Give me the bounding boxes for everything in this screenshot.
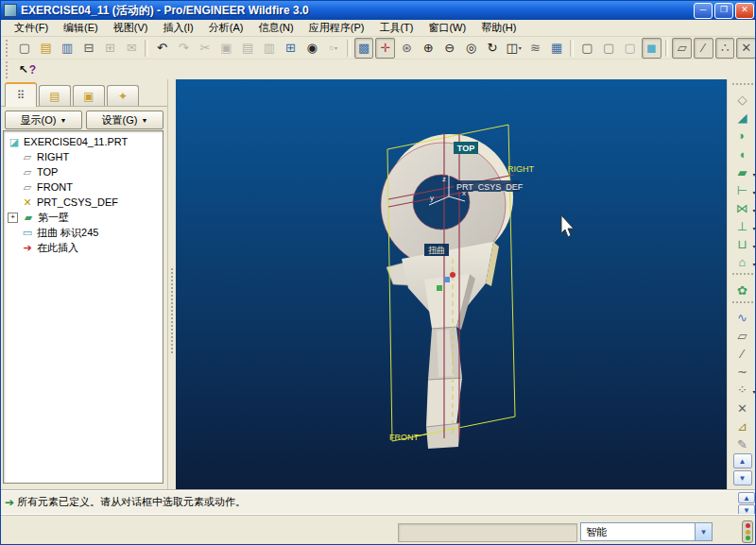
- swept-wall-icon[interactable]: ▰▾: [729, 163, 756, 181]
- open-file-button[interactable]: ▤: [36, 38, 56, 59]
- zoom-out-button[interactable]: ⊖: [439, 38, 459, 59]
- datum-csys-toggle[interactable]: ✕: [736, 38, 756, 59]
- no-hidden-button[interactable]: ▢: [620, 38, 640, 59]
- tab-layer-tree[interactable]: ▤: [39, 85, 71, 106]
- selection-filter-combo[interactable]: 智能 ▼: [580, 522, 713, 541]
- model-tree-config-button[interactable]: ⊞: [281, 38, 301, 59]
- new-file-button[interactable]: ▢: [15, 38, 35, 59]
- tree-expander-icon[interactable]: +: [8, 213, 18, 223]
- tab-model-tree[interactable]: ⠿: [5, 82, 37, 107]
- tree-item-2[interactable]: ▱RIGHT: [4, 149, 163, 164]
- flyout-arrow-icon[interactable]: ▾: [519, 44, 522, 51]
- copy-button[interactable]: ▣: [216, 38, 236, 59]
- tree-item-6[interactable]: +▰第一壁: [4, 210, 163, 225]
- tree-item-5[interactable]: ✕PRT_CSYS_DEF: [4, 195, 163, 210]
- form-icon[interactable]: ⌂▾: [729, 253, 756, 271]
- flyout-arrow-icon[interactable]: ▾: [752, 225, 755, 231]
- tree-item-3[interactable]: ▱TOP: [4, 164, 163, 179]
- flyout-arrow-icon[interactable]: ▾: [752, 261, 755, 267]
- tab-favorites[interactable]: ▣: [73, 85, 105, 106]
- save-copy-button[interactable]: ⊞: [100, 38, 120, 59]
- deform-area-icon[interactable]: ∿: [729, 309, 756, 327]
- repaint-button[interactable]: ▩: [354, 38, 374, 59]
- rail-scroll-down[interactable]: ▼: [733, 470, 752, 485]
- save-file-button[interactable]: ▥: [58, 38, 77, 59]
- stoplight-indicator[interactable]: [742, 520, 753, 543]
- csys-label[interactable]: PRT_CSYS_DEF: [456, 182, 524, 192]
- settings-dropdown-button[interactable]: 设置(G) ▼: [86, 111, 163, 129]
- menu-item-4[interactable]: 插入(I): [155, 20, 200, 36]
- model-canvas[interactable]: z y x TOP RIGHT PRT_CSYS_DEF 扭曲 FRONT: [176, 79, 727, 489]
- message-scroll-up[interactable]: ▲: [738, 492, 755, 503]
- saved-views-button[interactable]: ◫▾: [504, 38, 524, 59]
- menu-item-8[interactable]: 工具(T): [371, 20, 421, 36]
- flyout-arrow-icon[interactable]: ▾: [752, 171, 755, 178]
- find-button[interactable]: ◉: [302, 38, 322, 59]
- refit-button[interactable]: ◎: [461, 38, 481, 59]
- menu-item-5[interactable]: 分析(A): [201, 20, 251, 36]
- menu-item-9[interactable]: 窗口(W): [421, 20, 473, 36]
- toolbar-grip[interactable]: [6, 61, 10, 78]
- datum-axes-toggle[interactable]: ∕: [694, 38, 713, 59]
- flat-wall-icon[interactable]: ◗: [729, 127, 756, 145]
- minimize-button[interactable]: ─: [694, 3, 713, 19]
- menu-item-2[interactable]: 编辑(E): [56, 20, 106, 36]
- orient-mode-button[interactable]: ⊛: [397, 38, 417, 59]
- undo-button[interactable]: ↶: [152, 38, 172, 59]
- first-wall-icon[interactable]: ◢: [729, 109, 756, 127]
- flat-pattern-icon[interactable]: ✿: [729, 281, 756, 299]
- flyout-arrow-icon[interactable]: ▾: [752, 189, 755, 196]
- tree-item-8[interactable]: ➔在此插入: [4, 240, 163, 255]
- paste-button[interactable]: ▤: [238, 38, 258, 59]
- restore-button[interactable]: ❐: [714, 3, 733, 19]
- front-plane-label[interactable]: FRONT: [389, 433, 419, 442]
- cut-button[interactable]: ✂: [196, 38, 215, 59]
- flyout-arrow-icon[interactable]: ▾: [752, 207, 755, 213]
- panel-sash[interactable]: [168, 79, 176, 489]
- menu-item-1[interactable]: 文件(F): [7, 20, 56, 36]
- feature-label[interactable]: 扭曲: [428, 246, 445, 255]
- twist-handle-blue[interactable]: [444, 277, 450, 282]
- graphics-viewport[interactable]: z y x TOP RIGHT PRT_CSYS_DEF 扭曲 FRONT: [176, 79, 727, 489]
- extend-wall-icon[interactable]: ⊢▾: [729, 181, 756, 199]
- select-box-button[interactable]: ▫▾: [323, 38, 343, 59]
- tree-item-7[interactable]: ▭扭曲 标识245: [4, 225, 163, 240]
- datum-points-toggle[interactable]: ∴: [715, 38, 735, 59]
- twist-handle-red[interactable]: [450, 272, 455, 278]
- top-plane-label[interactable]: TOP: [457, 144, 474, 153]
- hidden-line-button[interactable]: ▢: [599, 38, 619, 59]
- datum-axis-tool-icon[interactable]: ∕: [729, 345, 756, 363]
- toolbar-grip[interactable]: [6, 40, 10, 57]
- view-box-icon[interactable]: ◇: [729, 91, 756, 109]
- flange-wall-icon[interactable]: ◖: [729, 145, 756, 163]
- datum-curve-tool-icon[interactable]: ∼: [729, 363, 756, 381]
- menu-item-7[interactable]: 应用程序(P): [301, 20, 372, 36]
- send-mail-button[interactable]: ✉: [122, 38, 142, 59]
- wireframe-button[interactable]: ▢: [577, 38, 597, 59]
- datum-planes-toggle[interactable]: ▱: [672, 38, 692, 59]
- sketch-tool-icon[interactable]: ✎: [729, 435, 756, 453]
- rail-scroll-up[interactable]: ▲: [733, 453, 752, 468]
- unbend-icon[interactable]: ⋈▾: [729, 199, 756, 217]
- tree-item-1[interactable]: ◪EXERCISE04_11.PRT: [4, 134, 163, 149]
- punch-icon[interactable]: ⊔▾: [729, 235, 756, 253]
- reorient-button[interactable]: ↻: [483, 38, 503, 59]
- layers-button[interactable]: ≋: [525, 38, 545, 59]
- zoom-in-button[interactable]: ⊕: [419, 38, 438, 59]
- twist-handle-green[interactable]: [437, 285, 442, 291]
- redo-button[interactable]: ↷: [174, 38, 194, 59]
- close-button[interactable]: ✕: [735, 3, 754, 19]
- context-help-button[interactable]: ↖ ?: [14, 60, 41, 79]
- right-plane-label[interactable]: RIGHT: [507, 164, 535, 174]
- tab-utilities[interactable]: ✦: [107, 85, 139, 106]
- menu-item-3[interactable]: 视图(V): [106, 20, 156, 36]
- bend-icon[interactable]: ⊥▾: [729, 217, 756, 235]
- analysis-tool-icon[interactable]: ⊿: [729, 417, 756, 435]
- shaded-button[interactable]: ◼: [642, 38, 662, 59]
- datum-plane-tool-icon[interactable]: ▱: [729, 327, 756, 345]
- tree-item-4[interactable]: ▱FRONT: [4, 179, 163, 195]
- csys-tool-icon[interactable]: ✕: [729, 399, 756, 417]
- menu-item-10[interactable]: 帮助(H): [473, 20, 524, 36]
- chevron-down-icon[interactable]: ▼: [695, 523, 712, 540]
- spin-center-toggle[interactable]: ✛: [375, 38, 395, 59]
